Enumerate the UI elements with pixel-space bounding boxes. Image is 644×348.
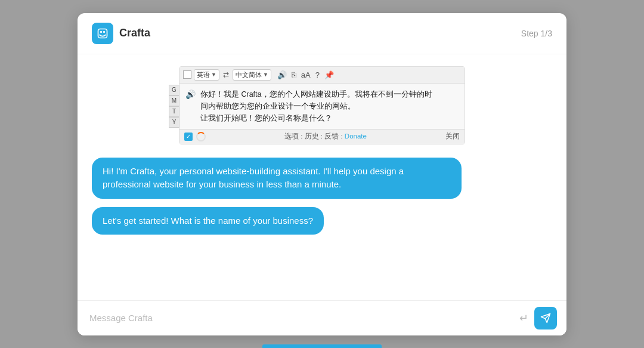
source-lang-select[interactable]: 英语 ▼ xyxy=(194,69,219,81)
translation-footer: 选项 : 历史 : 反馈 : Donate 关闭 xyxy=(179,129,465,144)
close-widget-button[interactable]: 关闭 xyxy=(445,132,460,141)
footer-left xyxy=(184,132,206,141)
speaker-icon[interactable]: 🔊 xyxy=(276,70,288,80)
translation-sidebar: G M T Y xyxy=(169,85,179,128)
help-icon[interactable]: ? xyxy=(314,70,321,80)
sidebar-letter-t[interactable]: T xyxy=(169,106,179,117)
bottom-accent-bar xyxy=(262,344,382,348)
donate-link[interactable]: Donate xyxy=(345,133,367,140)
source-lang-chevron: ▼ xyxy=(211,72,216,78)
translation-text: 你好！我是 Crafta，您的个人网站建设助手。我将在不到一分钟的时 间内帮助您… xyxy=(200,88,432,124)
loading-spinner xyxy=(196,132,206,141)
sidebar-letter-y[interactable]: Y xyxy=(169,117,179,128)
chat-window: Crafta Step 1/3 G M T Y 英语 ▼ ⇄ xyxy=(78,13,566,335)
chat-input-area: ↵ xyxy=(78,300,566,335)
svg-point-1 xyxy=(103,30,105,32)
sidebar-letter-m[interactable]: M xyxy=(169,96,179,106)
swap-langs-icon[interactable]: ⇄ xyxy=(222,70,230,79)
font-size-icon[interactable]: aA xyxy=(300,70,312,80)
logo-icon xyxy=(92,23,113,44)
content-speaker-icon[interactable]: 🔊 xyxy=(185,90,196,99)
source-checkbox[interactable] xyxy=(183,70,191,79)
message-bubble-1: Hi! I'm Crafta, your personal website-bu… xyxy=(92,158,462,199)
translation-widget: G M T Y 英语 ▼ ⇄ 中文简体 ▼ 🔊 ⎘ xyxy=(179,66,465,144)
svg-point-0 xyxy=(100,30,102,32)
step-indicator: Step 1/3 xyxy=(521,29,552,38)
enter-icon: ↵ xyxy=(519,312,528,325)
header-left: Crafta xyxy=(92,23,150,44)
message-bubble-2: Let's get started! What is the name of y… xyxy=(92,207,324,235)
translation-toolbar: 英语 ▼ ⇄ 中文简体 ▼ 🔊 ⎘ aA ? 📌 xyxy=(179,67,465,84)
pin-icon[interactable]: 📌 xyxy=(323,70,335,80)
app-title: Crafta xyxy=(119,27,150,39)
chat-body: G M T Y 英语 ▼ ⇄ 中文简体 ▼ 🔊 ⎘ xyxy=(78,54,566,300)
copy-icon[interactable]: ⎘ xyxy=(290,70,298,80)
toolbar-icons: 🔊 ⎘ aA ? 📌 xyxy=(276,70,335,80)
message-input[interactable] xyxy=(87,309,513,327)
sidebar-letter-g[interactable]: G xyxy=(169,85,179,96)
footer-links: 选项 : 历史 : 反馈 : Donate xyxy=(284,132,367,141)
header: Crafta Step 1/3 xyxy=(78,13,566,54)
target-lang-chevron: ▼ xyxy=(263,72,268,78)
translation-content: 🔊 你好！我是 Crafta，您的个人网站建设助手。我将在不到一分钟的时 间内帮… xyxy=(179,84,465,129)
target-lang-select[interactable]: 中文简体 ▼ xyxy=(233,69,271,81)
footer-checkbox[interactable] xyxy=(184,133,193,141)
send-button[interactable] xyxy=(534,307,557,329)
